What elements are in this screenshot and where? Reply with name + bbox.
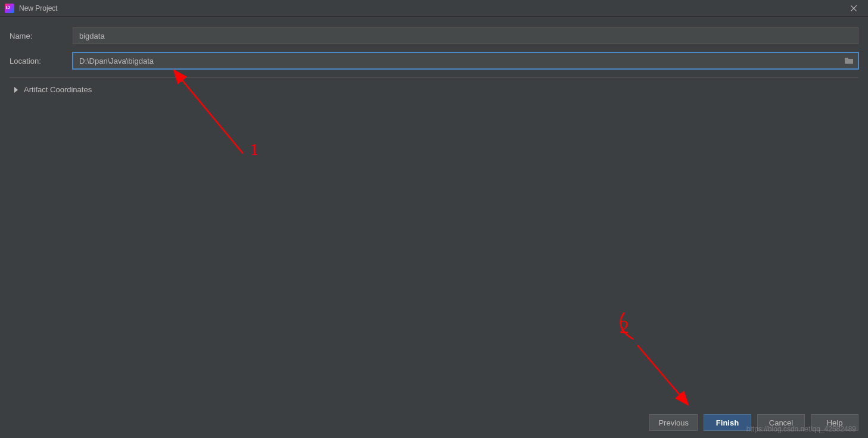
annotation-arrow-2 — [637, 345, 688, 405]
name-row: Name: — [10, 27, 858, 44]
name-field-wrapper — [73, 27, 858, 44]
help-button[interactable]: Help — [811, 414, 858, 431]
close-icon — [851, 5, 857, 11]
annotation-curve-2 — [621, 312, 633, 339]
footer-buttons: Previous Finish Cancel Help — [649, 414, 858, 431]
annotation-marker-1: 1 — [250, 140, 259, 158]
app-icon — [5, 4, 14, 13]
close-button[interactable] — [844, 1, 863, 15]
previous-button[interactable]: Previous — [649, 414, 698, 431]
location-input[interactable] — [73, 52, 858, 69]
browse-folder-button[interactable] — [844, 57, 854, 65]
name-label: Name: — [10, 32, 73, 40]
finish-button[interactable]: Finish — [704, 414, 751, 431]
cancel-button[interactable]: Cancel — [757, 414, 805, 431]
location-label: Location: — [10, 57, 73, 65]
artifact-coordinates-toggle[interactable]: Artifact Coordinates — [13, 84, 858, 95]
separator — [10, 77, 858, 78]
form-panel: Name: Location: Artifact Coordinates — [0, 17, 868, 101]
location-field-wrapper — [73, 52, 858, 69]
location-row: Location: — [10, 52, 858, 69]
titlebar: New Project — [0, 0, 868, 17]
window-title: New Project — [19, 4, 58, 12]
chevron-right-icon — [13, 87, 19, 93]
annotation-marker-2: 2 — [620, 316, 629, 337]
artifact-coordinates-label: Artifact Coordinates — [24, 85, 92, 94]
folder-icon — [844, 57, 854, 65]
name-input[interactable] — [73, 27, 858, 44]
svg-marker-2 — [14, 87, 18, 93]
